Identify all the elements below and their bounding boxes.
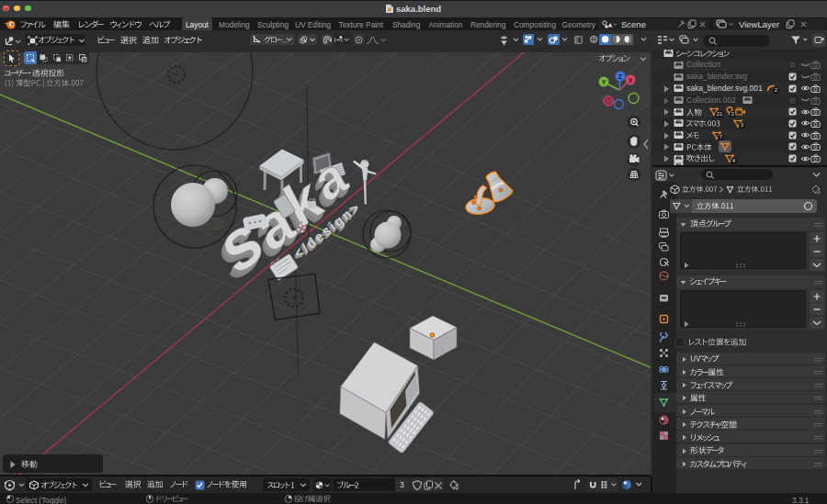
svg-text:Y: Y [602,79,606,85]
svg-text:X: X [629,77,633,84]
svg-text:Z: Z [618,73,623,80]
